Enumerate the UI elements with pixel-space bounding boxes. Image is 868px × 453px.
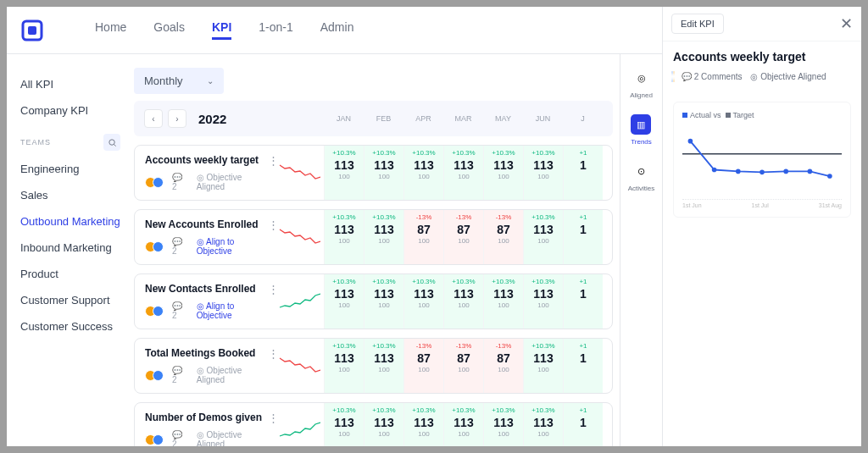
- rail-aligned[interactable]: ◎Aligned: [630, 68, 653, 99]
- kpi-title: New Contacts Enrolled: [145, 283, 266, 295]
- kpi-month-cell[interactable]: +10.3%113100: [403, 274, 443, 329]
- kpi-month-cell[interactable]: +11: [563, 146, 603, 200]
- kpi-month-cell[interactable]: +10.3%113100: [324, 146, 364, 200]
- app-logo[interactable]: [20, 19, 44, 42]
- kpi-month-cell[interactable]: -13%87100: [483, 339, 523, 393]
- kpi-month-cell[interactable]: +10.3%113100: [483, 274, 523, 329]
- year-prev-button[interactable]: ‹: [144, 109, 163, 128]
- kpi-objective-status[interactable]: ◎ Align to Objective: [197, 301, 266, 320]
- svg-point-10: [808, 169, 813, 174]
- sidebar-team-customersuccess[interactable]: Customer Success: [20, 313, 120, 340]
- kpi-row[interactable]: Number of Demos given💬 2◎ Objective Alig…: [134, 402, 613, 446]
- kpi-month-cell[interactable]: +10.3%113100: [523, 146, 563, 200]
- kpi-objective-status[interactable]: ◎ Objective Aligned: [197, 173, 266, 191]
- kpi-month-cell[interactable]: +11: [563, 339, 603, 393]
- kpi-comments[interactable]: 💬 2: [172, 301, 188, 320]
- kpi-comments[interactable]: 💬 2: [172, 237, 188, 256]
- kpi-month-cell[interactable]: +10.3%113100: [403, 403, 443, 446]
- nav-admin[interactable]: Admin: [320, 20, 354, 40]
- panel-title: Accounts weekly target: [673, 50, 851, 64]
- svg-point-6: [712, 168, 717, 173]
- kpi-month-cell[interactable]: +10.3%113100: [364, 339, 403, 393]
- kpi-row[interactable]: New Accounts Enrolled💬 2◎ Align to Objec…: [134, 209, 613, 265]
- kpi-more-icon[interactable]: ⋮: [268, 154, 279, 167]
- target-icon: ◎: [750, 72, 760, 81]
- kpi-month-cell[interactable]: +10.3%113100: [523, 339, 563, 393]
- nav-goals[interactable]: Goals: [153, 20, 185, 40]
- kpi-month-cell[interactable]: +10.3%113100: [324, 274, 364, 329]
- kpi-more-icon[interactable]: ⋮: [268, 283, 279, 296]
- svg-point-8: [760, 170, 765, 175]
- kpi-objective-status[interactable]: ◎ Objective Aligned: [197, 366, 266, 384]
- kpi-month-cell[interactable]: +10.3%113100: [403, 146, 443, 200]
- kpi-month-cell[interactable]: +11: [563, 210, 603, 264]
- kpi-sparkline: [275, 146, 324, 200]
- comment-icon: 💬: [682, 72, 694, 81]
- rail-activities[interactable]: ⊙Activities: [628, 161, 655, 192]
- kpi-row[interactable]: New Contacts Enrolled💬 2◎ Align to Objec…: [134, 273, 613, 329]
- period-select[interactable]: Monthly ⌄: [134, 68, 224, 94]
- chart-x-label: 31st Aug: [819, 202, 842, 208]
- kpi-month-cell[interactable]: +10.3%113100: [443, 274, 483, 329]
- svg-point-9: [783, 169, 788, 174]
- kpi-row[interactable]: Accounts weekly target💬 2◎ Objective Ali…: [134, 145, 613, 201]
- panel-comments[interactable]: 💬 2 Comments: [682, 72, 742, 81]
- kpi-month-cell[interactable]: +11: [563, 274, 603, 329]
- kpi-month-cell[interactable]: +10.3%113100: [523, 210, 563, 264]
- nav-home[interactable]: Home: [95, 20, 126, 40]
- search-icon[interactable]: [103, 134, 120, 151]
- sidebar-team-sales[interactable]: Sales: [20, 182, 120, 208]
- svg-line-3: [114, 144, 115, 146]
- kpi-month-cell[interactable]: +10.3%113100: [443, 403, 483, 446]
- edit-kpi-button[interactable]: Edit KPI: [671, 14, 724, 34]
- kpi-month-cell[interactable]: +10.3%113100: [523, 403, 563, 446]
- sidebar-team-outboundmarketing[interactable]: Outbound Marketing: [20, 208, 120, 235]
- sidebar-allkpi[interactable]: All KPI: [20, 71, 120, 97]
- kpi-sparkline: [275, 403, 324, 446]
- kpi-more-icon[interactable]: ⋮: [268, 412, 279, 424]
- rail-trends[interactable]: ▥Trends: [631, 114, 652, 146]
- sidebar-team-inboundmarketing[interactable]: Inbound Marketing: [20, 235, 120, 261]
- svg-point-7: [736, 169, 741, 174]
- kpi-month-cell[interactable]: +11: [563, 403, 603, 446]
- kpi-month-cell[interactable]: +10.3%113100: [523, 274, 563, 329]
- kpi-objective-status[interactable]: ◎ Align to Objective: [197, 237, 266, 256]
- kpi-objective-status[interactable]: ◎ Objective Aligned: [197, 430, 266, 446]
- nav-1on1[interactable]: 1-on-1: [259, 20, 292, 40]
- sidebar-team-product[interactable]: Product: [20, 261, 120, 287]
- kpi-avatars: [145, 177, 164, 188]
- kpi-month-cell[interactable]: +10.3%113100: [324, 339, 364, 393]
- kpi-more-icon[interactable]: ⋮: [268, 218, 279, 231]
- kpi-comments[interactable]: 💬 2: [172, 173, 188, 191]
- kpi-month-cell[interactable]: -13%87100: [483, 210, 523, 264]
- kpi-month-cell[interactable]: +10.3%113100: [364, 146, 403, 200]
- sidebar-team-engineering[interactable]: Engineering: [20, 156, 120, 182]
- kpi-month-cell[interactable]: +10.3%113100: [364, 274, 403, 329]
- kpi-more-icon[interactable]: ⋮: [268, 347, 279, 360]
- month-header: J: [563, 114, 603, 123]
- kpi-month-cell[interactable]: +10.3%113100: [324, 403, 364, 446]
- panel-objective[interactable]: ◎ Objective Aligned: [750, 72, 826, 81]
- kpi-row[interactable]: Total Meetings Booked💬 2◎ Objective Alig…: [134, 338, 613, 394]
- kpi-month-cell[interactable]: +10.3%113100: [483, 146, 523, 200]
- kpi-comments[interactable]: 💬 2: [172, 366, 188, 384]
- kpi-month-cell[interactable]: +10.3%113100: [443, 146, 483, 200]
- kpi-month-cell[interactable]: -13%87100: [443, 210, 483, 264]
- sidebar-team-customersupport[interactable]: Customer Support: [20, 287, 120, 313]
- kpi-month-cell[interactable]: -13%87100: [403, 339, 443, 393]
- svg-point-11: [827, 174, 832, 179]
- close-icon[interactable]: ✕: [840, 14, 853, 33]
- sidebar-companykpi[interactable]: Company KPI: [20, 97, 120, 124]
- kpi-month-cell[interactable]: -13%87100: [403, 210, 443, 264]
- kpi-month-cell[interactable]: +10.3%113100: [364, 403, 403, 446]
- chart-x-label: 1st Jun: [682, 202, 702, 208]
- kpi-month-cell[interactable]: -13%87100: [443, 339, 483, 393]
- kpi-comments[interactable]: 💬 2: [172, 430, 188, 446]
- kpi-month-cell[interactable]: +10.3%113100: [324, 210, 364, 264]
- year-label: 2022: [198, 112, 226, 126]
- kpi-month-cell[interactable]: +10.3%113100: [364, 210, 403, 264]
- kpi-month-cell[interactable]: +10.3%113100: [483, 403, 523, 446]
- kpi-avatars: [145, 241, 164, 252]
- nav-kpi[interactable]: KPI: [212, 20, 231, 40]
- year-next-button[interactable]: ›: [168, 109, 186, 128]
